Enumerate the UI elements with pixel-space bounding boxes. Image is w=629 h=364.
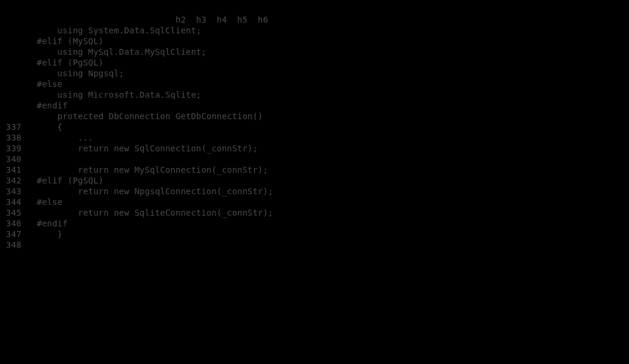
editor-ghost: h2 h3 h4 h5 h6 using System.Data.SqlClie… — [0, 0, 629, 364]
